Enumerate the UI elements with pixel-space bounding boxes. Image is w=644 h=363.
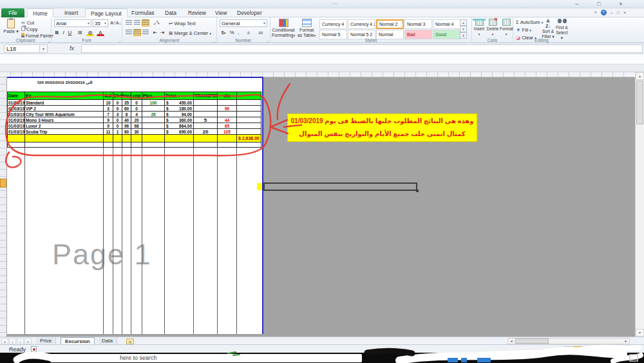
table-row[interactable]: 01/03/19 [8,106,25,112]
style-normal2[interactable]: Normal 2 [376,19,404,29]
font-name-combo[interactable]: Arial▾ [54,19,91,27]
minimize-button[interactable]: – [572,1,582,7]
grand-total-cell[interactable]: $2,638.00 [237,135,261,142]
excursion-table[interactable]: Date Ex Adl Chd Price chd Plus Total TRA… [7,92,261,148]
tab-data[interactable]: Data [160,8,182,17]
tab-view[interactable]: View [210,8,232,17]
increase-decimal-button[interactable]: .0 [243,29,253,36]
scroll-down-icon[interactable]: ▾ [636,329,644,337]
insert-worksheet-icon[interactable]: ⊕ [126,338,134,344]
doc-minimize-icon[interactable]: – [611,10,613,15]
align-top-button[interactable] [125,19,133,26]
restore-button[interactable]: □ [594,1,604,7]
borders-button[interactable]: ⊞ [76,29,84,36]
sheet-header-note: 526 05/03/2019 الى 25/03/2019 [37,80,92,84]
font-size-combo[interactable]: 35▾ [93,19,108,27]
name-box-dropdown-icon[interactable]: ▾ [40,44,48,53]
underline-button[interactable]: U [67,29,73,36]
last-sheet-icon[interactable]: » [24,338,32,344]
copy-button[interactable]: Copy [21,26,38,33]
shrink-font-button[interactable]: A↓ [115,19,121,26]
table-row[interactable]: 01/03/19 [8,123,25,129]
table-row[interactable]: 01/03/19 [8,112,25,117]
sheet-tab-data[interactable]: Data [98,337,117,344]
align-bottom-button[interactable] [142,19,149,26]
tab-home[interactable]: Home [27,8,53,17]
grow-font-button[interactable]: A↑ [109,19,115,26]
collapse-ribbon-icon[interactable]: ˄ [594,10,597,15]
decrease-decimal-button[interactable]: .00 [254,29,266,36]
hscroll-left-icon[interactable]: ◂ [508,338,515,344]
sheet-tab-price[interactable]: Price [36,337,56,344]
horizontal-scrollbar[interactable]: ◂ ▸ [507,338,630,344]
page-1[interactable]: 526 05/03/2019 الى 25/03/2019 Page 1 Dat… [7,78,262,334]
tab-developer[interactable]: Developer [232,8,267,17]
vertical-scrollbar[interactable]: ▴ ▾ [635,72,644,337]
tab-formulas[interactable]: Formulas [126,8,159,17]
tab-review[interactable]: Review [183,8,211,17]
comma-style-button[interactable]: , [236,29,241,36]
align-center-button[interactable] [133,29,141,36]
font-dialog-launcher-icon[interactable]: ⌟ [118,38,120,43]
align-right-button[interactable] [142,29,149,36]
help-icon[interactable]: ? [601,10,607,15]
prev-sheet-icon[interactable]: ‹ [9,338,16,344]
table-row[interactable]: 01/03/19 [8,100,25,106]
bold-button[interactable]: B [54,29,60,36]
tab-file[interactable]: File [1,8,24,17]
fill-color-button[interactable]: ◍ [86,29,94,36]
cut-button[interactable]: ✂ Cut [21,20,34,26]
first-sheet-icon[interactable]: « [1,338,8,344]
table-row[interactable]: 01/03/19 [8,117,25,123]
font-color-button[interactable]: A [97,29,104,36]
gallery-up-icon[interactable]: ▴ [460,19,467,26]
taskbar-search-input[interactable]: here to search [50,354,362,362]
percent-style-button[interactable]: % [229,29,235,36]
name-box[interactable]: L18 [4,44,40,53]
row-headers[interactable] [0,77,6,337]
quick-access-dots-icon[interactable]: ⋯ [332,1,337,6]
accounting-format-button[interactable]: $▾ [220,29,227,36]
next-sheet-icon[interactable]: › [17,338,24,344]
fx-button[interactable]: fx [70,44,74,53]
worksheet-area: 526 05/03/2019 الى 25/03/2019 Page 1 Dat… [0,77,644,337]
sheet-tab-excursion[interactable]: Excursion [61,337,95,344]
clipboard-dialog-launcher-icon[interactable]: ⌟ [48,38,50,43]
fill-button[interactable]: ▼ Fill ▾ [516,27,531,33]
zoom-in-icon[interactable]: + [636,346,639,352]
fill-handle[interactable] [416,190,419,192]
formula-input[interactable] [81,44,643,53]
alignment-dialog-launcher-icon[interactable]: ⌟ [213,38,215,43]
align-left-button[interactable] [125,29,133,36]
doc-close-icon[interactable]: × [623,10,626,15]
scroll-up-icon[interactable]: ▴ [636,72,644,80]
autosum-button[interactable]: Σ AutoSum ▾ [516,19,543,25]
macro-record-icon[interactable] [31,346,37,352]
style-normal3[interactable]: Normal 3 [404,19,432,29]
hscroll-right-icon[interactable]: ▸ [623,338,629,344]
increase-indent-button[interactable]: ⇥ [159,29,166,36]
orientation-button[interactable]: ⤢▾ [152,19,161,26]
decrease-indent-button[interactable]: ⇤ [152,29,158,36]
table-row[interactable]: 01/03/19 [8,129,25,135]
doc-restore-icon[interactable]: □ [617,10,620,15]
align-middle-button[interactable] [133,19,141,26]
zoom-level[interactable]: 25% [590,346,601,353]
style-currency4[interactable]: Currency 4 [319,19,347,29]
italic-button[interactable]: I [61,29,66,36]
number-dialog-launcher-icon[interactable]: ⌟ [267,38,269,43]
selected-cell-L18[interactable] [263,182,417,191]
vscroll-thumb[interactable] [636,81,643,124]
tab-insert[interactable]: Insert [59,8,83,17]
tab-page-layout[interactable]: Page Layout [85,8,128,17]
normal-view-button[interactable]: ▦ [564,346,573,353]
number-format-combo[interactable]: General▾ [220,19,267,27]
gallery-down-icon[interactable]: ▾ [460,26,467,32]
style-currency42[interactable]: Currency 4 2 [348,19,375,29]
style-normal4[interactable]: Normal 4 [433,19,460,29]
close-button[interactable]: × [616,1,626,7]
page-layout-view-button[interactable]: ▤ [573,346,582,353]
hscroll-thumb[interactable] [515,338,549,344]
merge-center-button[interactable]: ⊞ Merge & Center ▾ [169,30,211,37]
wrap-text-button[interactable]: ↩ Wrap Text [169,21,196,27]
